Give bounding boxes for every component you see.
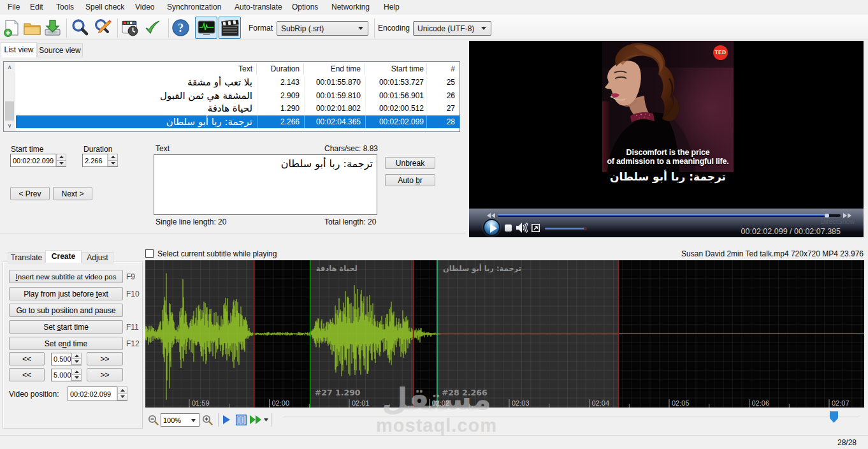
subtitle-row-26[interactable]: المشقة هي ثمن القبول2.90900:01:59.81000:… xyxy=(16,89,459,103)
show-columns-icon[interactable] xyxy=(236,415,247,425)
zoom-out-icon[interactable] xyxy=(148,415,159,425)
start-time-label: Start time xyxy=(11,145,43,154)
col-header-start-time[interactable]: Start time xyxy=(365,62,424,76)
menu-auto-translate[interactable]: Auto-translate xyxy=(235,3,282,11)
stop-button[interactable] xyxy=(505,224,512,232)
select-subtitle-checkbox[interactable] xyxy=(145,249,154,258)
play-icon xyxy=(490,224,497,233)
menu-edit[interactable]: Edit xyxy=(30,3,43,11)
large-step-spinner[interactable] xyxy=(71,369,81,381)
volume-slider[interactable] xyxy=(545,228,586,230)
play-button[interactable] xyxy=(483,219,500,236)
seek-back-large-button[interactable]: << xyxy=(9,368,45,381)
scroll-down-icon[interactable]: ∨ xyxy=(4,121,15,131)
menu-video[interactable]: Video xyxy=(135,3,154,11)
menu-file[interactable]: File xyxy=(8,3,20,11)
cell-start: 00:02:02.099 xyxy=(365,115,424,129)
new-file-icon[interactable] xyxy=(3,18,21,37)
video-caption: Discomfort is the price of admission to … xyxy=(583,149,753,166)
tab-source-view[interactable]: Source view xyxy=(37,43,83,57)
ted-logo: TED xyxy=(713,45,728,60)
tab-list-view[interactable]: List view xyxy=(1,42,37,57)
col-header-end-time[interactable]: End time xyxy=(304,62,361,76)
video-position-spinner[interactable] xyxy=(117,387,127,401)
f12-label: F12 xyxy=(126,339,140,348)
column-separator xyxy=(257,89,257,103)
scroll-up-icon[interactable]: ∧ xyxy=(4,62,15,73)
subtitle-row-25[interactable]: بلا تعب أو مشقة2.14300:01:55.87000:01:53… xyxy=(16,76,459,89)
play-before-text-button[interactable]: Play from just before text xyxy=(9,287,123,300)
cell-start: 00:01:56.901 xyxy=(365,89,424,103)
set-end-time-button[interactable]: Set end time xyxy=(9,337,123,350)
visual-sync-icon[interactable] xyxy=(121,18,140,37)
cell-end: 00:01:59.810 xyxy=(304,89,361,103)
tab-create[interactable]: Create xyxy=(45,250,82,263)
video-player[interactable]: TED Discomfort is the price of admission… xyxy=(469,41,864,237)
fullscreen-icon[interactable] xyxy=(532,224,540,232)
seek-thumb[interactable] xyxy=(825,214,829,217)
col-header-num[interactable]: # xyxy=(428,62,455,76)
waveform-display[interactable]: لحياة هادفة#27 1.290ترجمة: ربا أبو سلطان… xyxy=(145,260,864,408)
volume-icon[interactable] xyxy=(516,223,528,233)
video-position-field[interactable]: 00:02:02.099 xyxy=(68,386,127,401)
duration-field[interactable]: 2.266 xyxy=(82,154,118,167)
waveform-toggle-button[interactable] xyxy=(195,17,217,39)
tab-translate[interactable]: Translate xyxy=(8,252,45,263)
save-icon[interactable] xyxy=(43,18,62,37)
auto-br-button[interactable]: Auto br xyxy=(385,174,435,186)
top-panel-divider xyxy=(0,233,466,233)
menu-tools[interactable]: Tools xyxy=(56,3,74,11)
seek-fwd-large-button[interactable]: >> xyxy=(87,368,123,381)
waveform-scroll-track[interactable] xyxy=(284,416,860,417)
zoom-in-icon[interactable] xyxy=(202,415,213,425)
menu-networking[interactable]: Networking xyxy=(331,3,370,11)
format-combobox[interactable]: SubRip (.srt) xyxy=(277,21,368,36)
duration-value: 2.266 xyxy=(85,154,103,166)
menu-synchronization[interactable]: Synchronization xyxy=(167,3,221,11)
single-line-length-label: Single line length: 20 xyxy=(156,217,226,226)
small-step-field[interactable]: 0.500 xyxy=(51,353,82,365)
video-time-label: 00:02:02.099 / 00:02:07.385 xyxy=(741,227,841,236)
small-step-spinner[interactable] xyxy=(71,353,81,365)
f9-label: F9 xyxy=(126,272,135,281)
encoding-combobox[interactable]: Unicode (UTF-8) xyxy=(413,21,491,36)
fast-forward-icon[interactable] xyxy=(250,415,262,424)
subtitle-text-area[interactable]: ترجمة: ربا أبو سلطان xyxy=(154,154,377,215)
video-toggle-button[interactable] xyxy=(219,17,241,39)
goto-sub-position-button[interactable]: Go to sub position and pause xyxy=(9,304,123,317)
insert-subtitle-button[interactable]: Insert new subtitle at video pos xyxy=(9,270,123,283)
duration-spinner[interactable] xyxy=(107,154,117,166)
help-icon[interactable]: ? xyxy=(171,18,190,37)
tab-adjust[interactable]: Adjust xyxy=(82,252,113,263)
col-header-text[interactable]: Text xyxy=(16,62,252,76)
set-start-time-button[interactable]: Set start time xyxy=(9,320,123,334)
replace-icon[interactable] xyxy=(93,18,112,37)
spell-check-icon[interactable] xyxy=(143,18,162,37)
seek-back-icon[interactable] xyxy=(487,213,495,218)
svg-text:01:59: 01:59 xyxy=(192,399,210,407)
cell-start: 00:02:00.512 xyxy=(365,102,424,115)
chevron-down-icon[interactable] xyxy=(264,418,268,422)
menu-options[interactable]: Options xyxy=(292,3,318,11)
seek-track[interactable] xyxy=(498,214,841,217)
large-step-field[interactable]: 5.000 xyxy=(51,369,82,381)
menu-help[interactable]: Help xyxy=(384,3,400,11)
waveform-toggle-icon xyxy=(198,20,215,36)
seek-back-small-button[interactable]: << xyxy=(9,352,45,365)
start-time-field[interactable]: 00:02:02.099 xyxy=(10,154,66,167)
scrollbar-thumb[interactable] xyxy=(5,101,14,121)
zoom-combobox[interactable]: 100% xyxy=(161,413,199,427)
open-folder-icon[interactable] xyxy=(23,18,41,37)
find-icon[interactable] xyxy=(71,18,89,37)
next-button[interactable]: Next > xyxy=(53,187,92,200)
start-time-spinner[interactable] xyxy=(55,154,66,166)
seek-fwd-small-button[interactable]: >> xyxy=(87,352,123,365)
unbreak-button[interactable]: Unbreak xyxy=(385,157,435,169)
prev-button[interactable]: < Prev xyxy=(10,187,50,200)
subtitle-row-28[interactable]: ترجمة: ربا أبو سلطان2.26600:02:04.36500:… xyxy=(16,115,459,129)
list-scrollbar[interactable]: ∧ ∨ xyxy=(4,62,15,131)
subtitle-row-27[interactable]: لحياة هادفة1.29000:02:01.80200:02:00.512… xyxy=(16,102,459,115)
menu-spell-check[interactable]: Spell check xyxy=(85,3,124,11)
col-header-duration[interactable]: Duration xyxy=(257,62,300,76)
waveform-play-icon[interactable] xyxy=(222,415,230,424)
